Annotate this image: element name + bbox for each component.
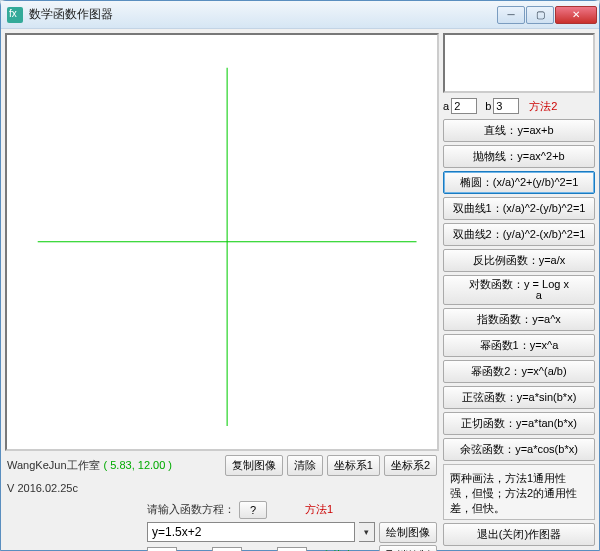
version-label: V 2016.02.25c bbox=[7, 482, 78, 494]
equation-input[interactable] bbox=[147, 522, 355, 542]
xmax-input[interactable] bbox=[212, 547, 242, 551]
app-window: 数学函数作图器 ─ ▢ ✕ WangKeJun工作室 ( 5.83, 12.00… bbox=[0, 0, 600, 551]
function-button-list: 直线：y=ax+b 抛物线：y=ax^2+b 椭圆：(x/a)^2+(y/b)^… bbox=[443, 119, 595, 461]
fn-cos[interactable]: 余弦函数：y=a*cos(b*x) bbox=[443, 438, 595, 461]
ab-row: a b 方法2 bbox=[443, 96, 595, 116]
axis1-button[interactable]: 坐标系1 bbox=[327, 455, 380, 476]
clear-button[interactable]: 清除 bbox=[287, 455, 323, 476]
b-input[interactable] bbox=[493, 98, 519, 114]
preview-box bbox=[443, 33, 595, 93]
axis-plot bbox=[7, 35, 437, 449]
axis2-button[interactable]: 坐标系2 bbox=[384, 455, 437, 476]
fn-hyperbola1[interactable]: 双曲线1：(x/a)^2-(y/b)^2=1 bbox=[443, 197, 595, 220]
fn-inverse[interactable]: 反比例函数：y=a/x bbox=[443, 249, 595, 272]
fn-power1[interactable]: 幂函数1：y=x^a bbox=[443, 334, 595, 357]
xmin-input[interactable] bbox=[147, 547, 177, 551]
coord-readout: ( 5.83, 12.00 ) bbox=[104, 459, 173, 471]
method2-label: 方法2 bbox=[529, 99, 557, 114]
left-bottom-panel: WangKeJun工作室 ( 5.83, 12.00 ) 复制图像 清除 坐标系… bbox=[5, 451, 439, 551]
plot-canvas[interactable] bbox=[5, 33, 439, 451]
help-button[interactable]: ? bbox=[239, 501, 267, 519]
studio-label: WangKeJun工作室 bbox=[7, 458, 100, 473]
a-input[interactable] bbox=[451, 98, 477, 114]
status-label: ◇状态 bbox=[321, 548, 354, 551]
exit-button[interactable]: 退出(关闭)作图器 bbox=[443, 523, 595, 546]
xend-input[interactable] bbox=[277, 547, 307, 551]
fn-tan[interactable]: 正切函数：y=a*tan(b*x) bbox=[443, 412, 595, 435]
draw-button[interactable]: 绘制图像 bbox=[379, 522, 437, 543]
maximize-button[interactable]: ▢ bbox=[526, 6, 554, 24]
fn-hyperbola2[interactable]: 双曲线2：(y/a)^2-(x/b)^2=1 bbox=[443, 223, 595, 246]
method1-label: 方法1 bbox=[305, 502, 333, 517]
fn-exp[interactable]: 指数函数：y=a^x bbox=[443, 308, 595, 331]
cancel-draw-button[interactable]: 取消绘制 bbox=[379, 545, 437, 551]
left-column: WangKeJun工作室 ( 5.83, 12.00 ) 复制图像 清除 坐标系… bbox=[5, 33, 439, 546]
b-label: b bbox=[485, 100, 491, 112]
fn-power2[interactable]: 幂函数2：y=x^(a/b) bbox=[443, 360, 595, 383]
window-title: 数学函数作图器 bbox=[29, 6, 497, 23]
minimize-button[interactable]: ─ bbox=[497, 6, 525, 24]
description-box: 两种画法，方法1通用性强，但慢；方法2的通用性差，但快。 bbox=[443, 464, 595, 520]
titlebar[interactable]: 数学函数作图器 ─ ▢ ✕ bbox=[1, 1, 599, 29]
content-area: WangKeJun工作室 ( 5.83, 12.00 ) 复制图像 清除 坐标系… bbox=[1, 29, 599, 550]
right-column: a b 方法2 直线：y=ax+b 抛物线：y=ax^2+b 椭圆：(x/a)^… bbox=[443, 33, 595, 546]
a-label: a bbox=[443, 100, 449, 112]
equation-prompt: 请输入函数方程： bbox=[147, 502, 235, 517]
close-button[interactable]: ✕ bbox=[555, 6, 597, 24]
copy-image-button[interactable]: 复制图像 bbox=[225, 455, 283, 476]
equation-dropdown-icon[interactable]: ▾ bbox=[359, 522, 375, 542]
fn-line[interactable]: 直线：y=ax+b bbox=[443, 119, 595, 142]
fn-ellipse[interactable]: 椭圆：(x/a)^2+(y/b)^2=1 bbox=[443, 171, 595, 194]
app-icon bbox=[7, 7, 23, 23]
fn-sin[interactable]: 正弦函数：y=a*sin(b*x) bbox=[443, 386, 595, 409]
fn-parabola[interactable]: 抛物线：y=ax^2+b bbox=[443, 145, 595, 168]
fn-log[interactable]: 对数函数：y = Log x a bbox=[443, 275, 595, 305]
